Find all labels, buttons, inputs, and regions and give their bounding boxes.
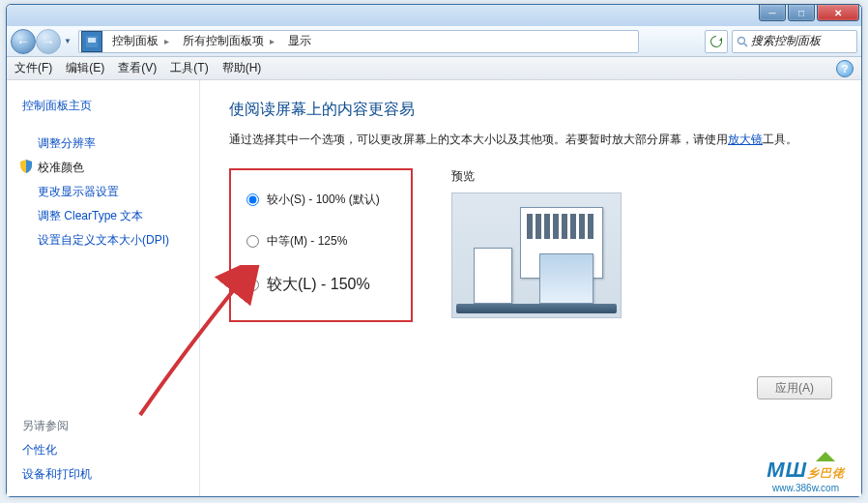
breadcrumb-item[interactable]: 控制面板: [104, 31, 175, 52]
address-breadcrumb[interactable]: 控制面板 所有控制面板项 显示: [78, 30, 639, 53]
minimize-button[interactable]: ─: [759, 4, 786, 21]
menubar: 文件(F) 编辑(E) 查看(V) 工具(T) 帮助(H) ?: [7, 57, 861, 80]
svg-point-2: [738, 37, 745, 44]
control-panel-icon: [81, 31, 102, 52]
radio-large[interactable]: [246, 279, 259, 291]
sidebar-link-devices[interactable]: 设备和打印机: [22, 462, 189, 487]
apply-button[interactable]: 应用(A): [757, 376, 832, 399]
see-also-heading: 另请参阅: [22, 414, 189, 438]
history-dropdown-icon[interactable]: ▼: [61, 29, 74, 54]
menu-edit[interactable]: 编辑(E): [66, 60, 104, 76]
menu-file[interactable]: 文件(F): [14, 60, 52, 76]
radio-small[interactable]: [246, 193, 259, 206]
svg-line-3: [744, 44, 747, 46]
radio-medium[interactable]: [246, 235, 259, 248]
sidebar-link-personalize[interactable]: 个性化: [22, 438, 189, 462]
sidebar-link-calibrate[interactable]: 校准颜色: [22, 156, 189, 180]
main-panel: 使阅读屏幕上的内容更容易 通过选择其中一个选项，可以更改屏幕上的文本大小以及其他…: [200, 80, 861, 496]
preview-image: [451, 192, 622, 318]
search-placeholder: 搜索控制面板: [751, 33, 821, 49]
forward-button[interactable]: →: [36, 29, 61, 54]
nav-toolbar: ← → ▼ 控制面板 所有控制面板项 显示 搜索控制面板: [7, 26, 861, 57]
page-title: 使阅读屏幕上的内容更容易: [229, 100, 832, 120]
sidebar-link-dpi[interactable]: 设置自定义文本大小(DPI): [22, 228, 189, 252]
radio-medium-label[interactable]: 中等(M) - 125%: [267, 233, 347, 250]
magnifier-link[interactable]: 放大镜: [728, 133, 763, 146]
back-button[interactable]: ←: [11, 29, 36, 54]
size-options-highlight: 较小(S) - 100% (默认) 中等(M) - 125% 较大(L) - 1…: [229, 168, 413, 322]
watermark: МШ乡巴佬 www.386w.com: [767, 452, 845, 493]
menu-tools[interactable]: 工具(T): [170, 60, 208, 76]
radio-large-label[interactable]: 较大(L) - 150%: [267, 275, 370, 295]
shield-icon: [20, 160, 32, 173]
sidebar-home[interactable]: 控制面板主页: [22, 94, 189, 118]
refresh-button[interactable]: [705, 30, 728, 53]
menu-help[interactable]: 帮助(H): [222, 60, 262, 76]
close-button[interactable]: ✕: [817, 4, 859, 21]
page-description: 通过选择其中一个选项，可以更改屏幕上的文本大小以及其他项。若要暂时放大部分屏幕，…: [229, 130, 832, 151]
preview-label: 预览: [451, 168, 622, 185]
svg-rect-1: [88, 38, 96, 43]
search-input[interactable]: 搜索控制面板: [732, 30, 857, 53]
radio-small-label[interactable]: 较小(S) - 100% (默认): [267, 192, 380, 208]
watermark-url: www.386w.com: [772, 483, 839, 493]
window: ─ □ ✕ ← → ▼ 控制面板 所有控制面板项 显示 搜索控制面板 文件(F)…: [6, 4, 862, 497]
search-icon: [737, 36, 748, 47]
sidebar-link-resolution[interactable]: 调整分辨率: [22, 132, 189, 156]
watermark-logo: МШ乡巴佬: [767, 458, 845, 483]
content-area: 控制面板主页 调整分辨率 校准颜色 更改显示器设置 调整 ClearType 文…: [7, 80, 861, 496]
help-icon[interactable]: ?: [836, 60, 854, 77]
sidebar: 控制面板主页 调整分辨率 校准颜色 更改显示器设置 调整 ClearType 文…: [7, 80, 200, 496]
breadcrumb-item[interactable]: 所有控制面板项: [175, 31, 280, 52]
sidebar-link-display-settings[interactable]: 更改显示器设置: [22, 180, 189, 204]
sidebar-link-cleartype[interactable]: 调整 ClearType 文本: [22, 204, 189, 228]
preview-window-icon: [539, 253, 593, 304]
maximize-button[interactable]: □: [788, 4, 815, 21]
preview-taskbar-icon: [456, 304, 617, 313]
preview-window-icon: [474, 248, 512, 304]
breadcrumb-item[interactable]: 显示: [280, 31, 323, 52]
menu-view[interactable]: 查看(V): [118, 60, 157, 76]
titlebar[interactable]: ─ □ ✕: [7, 5, 861, 26]
